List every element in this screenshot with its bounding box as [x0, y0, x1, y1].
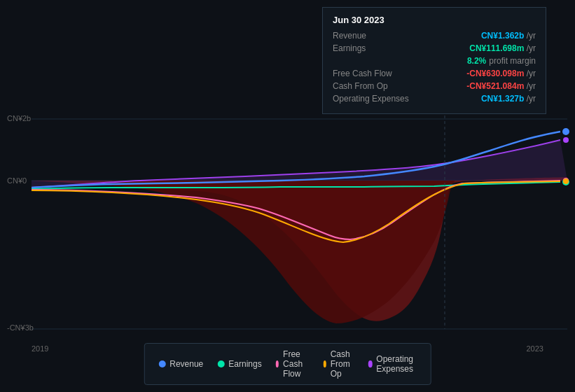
- x-label-2023: 2023: [527, 344, 543, 353]
- y-label-mid: CN¥0: [7, 176, 27, 185]
- tooltip-row-revenue: Revenue CN¥1.362b /yr: [333, 31, 536, 41]
- tooltip-value-revenue: CN¥1.362b /yr: [481, 31, 536, 41]
- tooltip-box: Jun 30 2023 Revenue CN¥1.362b /yr Earnin…: [322, 7, 546, 114]
- legend-item-fcf: Free Cash Flow: [276, 349, 310, 379]
- tooltip-label-opex: Operating Expenses: [333, 94, 409, 104]
- legend-label-opex: Operating Expenses: [376, 354, 416, 374]
- tooltip-profit-margin-row: 8.2% profit margin: [333, 56, 536, 66]
- tooltip-label-revenue: Revenue: [333, 31, 366, 41]
- tooltip-label-fcf: Free Cash Flow: [333, 69, 392, 78]
- tooltip-row-opex: Operating Expenses CN¥1.327b /yr: [333, 94, 536, 104]
- legend-item-cfo: Cash From Op: [323, 349, 354, 379]
- legend-dot-revenue: [158, 360, 165, 368]
- legend-item-opex: Operating Expenses: [368, 354, 417, 374]
- tooltip-row-earnings: Earnings CN¥111.698m /yr: [333, 43, 536, 53]
- tooltip-profit-margin-value: 8.2%: [467, 56, 486, 66]
- legend-item-revenue: Revenue: [158, 359, 203, 369]
- tooltip-row-fcf: Free Cash Flow -CN¥630.098m /yr: [333, 69, 536, 78]
- tooltip-row-cfo: Cash From Op -CN¥521.084m /yr: [333, 81, 536, 91]
- legend-label-revenue: Revenue: [169, 359, 203, 369]
- tooltip-value-fcf: -CN¥630.098m /yr: [466, 69, 536, 78]
- tooltip-value-earnings: CN¥111.698m /yr: [469, 43, 536, 53]
- legend-dot-fcf: [276, 360, 279, 368]
- legend-dot-cfo: [323, 360, 326, 368]
- legend-label-fcf: Free Cash Flow: [283, 349, 309, 379]
- y-label-bot: -CN¥3b: [7, 323, 34, 332]
- x-label-2019: 2019: [32, 344, 48, 353]
- tooltip-value-opex: CN¥1.327b /yr: [481, 94, 536, 104]
- legend-label-cfo: Cash From Op: [331, 349, 354, 379]
- svg-point-7: [563, 178, 569, 184]
- tooltip-value-cfo: -CN¥521.084m /yr: [466, 81, 536, 91]
- tooltip-profit-margin-label: profit margin: [489, 56, 536, 66]
- legend-label-earnings: Earnings: [228, 359, 261, 369]
- chart-legend: Revenue Earnings Free Cash Flow Cash Fro…: [144, 343, 431, 385]
- y-label-top: CN¥2b: [7, 114, 31, 122]
- svg-point-8: [563, 137, 569, 143]
- tooltip-label-earnings: Earnings: [333, 43, 366, 53]
- svg-point-4: [562, 128, 569, 135]
- legend-item-earnings: Earnings: [217, 359, 261, 369]
- legend-dot-opex: [368, 360, 372, 368]
- legend-dot-earnings: [217, 360, 224, 368]
- tooltip-label-cfo: Cash From Op: [333, 81, 388, 91]
- tooltip-date: Jun 30 2023: [333, 15, 536, 25]
